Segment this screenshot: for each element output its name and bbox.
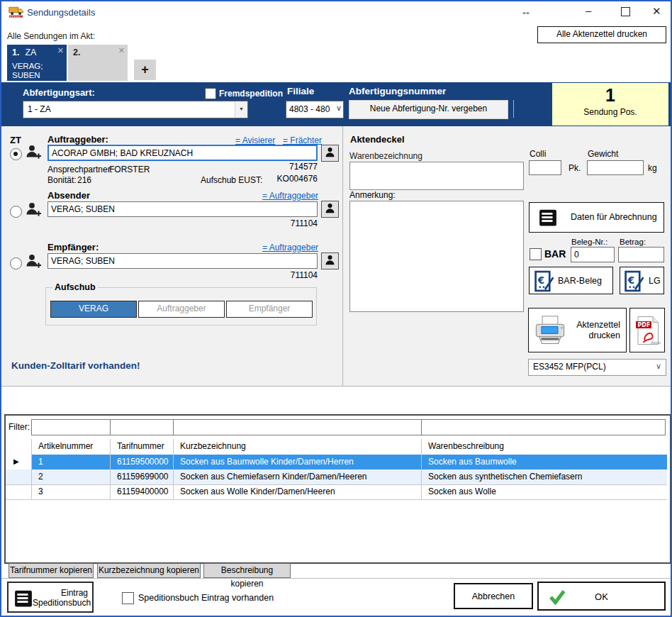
cell-tarifnummer[interactable]: 61159699000: [110, 469, 173, 484]
gewicht-label: Gewicht: [588, 149, 618, 159]
abbrechen-label: Abbrechen: [455, 591, 532, 601]
filiale-dropdown[interactable]: 4803 - 480 ∨: [286, 101, 344, 118]
fraechter-link[interactable]: = Frächter: [283, 135, 322, 145]
resize-icon[interactable]: ↔: [521, 6, 531, 17]
person-add-icon[interactable]: [26, 143, 43, 162]
panel-bottom-border: [1, 386, 671, 387]
cell-artikelnummer[interactable]: 2: [31, 469, 110, 484]
add-tab-button[interactable]: +: [134, 60, 156, 80]
cell-warenbeschreibung[interactable]: Socken aus Wolle: [421, 484, 667, 499]
empfaenger-auftraggeber-link[interactable]: = Auftraggeber: [262, 243, 318, 252]
tab-close-icon[interactable]: ✕: [57, 46, 64, 55]
column-header[interactable]: Warenbeschreibung: [421, 439, 667, 455]
cell-warenbeschreibung[interactable]: Socken aus synthetischen Chemiefasern: [421, 469, 667, 484]
aufschub-verag-button[interactable]: VERAG: [50, 301, 137, 318]
abfertigungsnummer-label: Abfertigungsnummer: [349, 86, 446, 96]
abfertigung-banner: Abfertigungsart: 1 - ZA ▼ Fremdspedition…: [1, 82, 671, 126]
filter-kurzbezeichnung-input[interactable]: [173, 419, 422, 435]
euro-receipt-icon: €: [534, 270, 555, 294]
filter-artikelnummer-input[interactable]: [31, 419, 111, 435]
chevron-down-icon: ∨: [656, 362, 661, 371]
empfaenger-label: Empfänger:: [47, 242, 99, 252]
tab-close-icon[interactable]: ✕: [118, 46, 125, 55]
table-row[interactable]: 2 61159699000 Socken aus Chemiefasern Ki…: [6, 469, 667, 485]
gewicht-input[interactable]: [587, 160, 644, 175]
aufschub-empfaenger-button[interactable]: Empfänger: [226, 301, 313, 318]
shipment-tab-1[interactable]: 1.ZA VERAG; SUBEN ✕: [7, 45, 67, 81]
eintrag-speditionsbuch-button[interactable]: EintragSpeditionsbuch: [7, 582, 94, 613]
empfaenger-contact-button[interactable]: [321, 252, 339, 269]
column-header[interactable]: Tarifnummer: [110, 439, 173, 455]
tab-title: 1.ZA: [12, 48, 36, 57]
minimize-icon[interactable]: –: [586, 5, 591, 16]
tab-title: 2.: [73, 48, 86, 57]
auftraggeber-radio[interactable]: [10, 148, 22, 160]
row-selector: [6, 469, 31, 484]
speditionsbuch-checkbox[interactable]: [122, 592, 134, 604]
avisierer-link[interactable]: = Avisierer: [235, 135, 275, 145]
aufschub-legend: Aufschub: [52, 282, 98, 292]
bar-beleg-button[interactable]: € BAR-Beleg: [529, 267, 613, 294]
lg-button[interactable]: € LG: [620, 267, 664, 294]
cell-kurzbezeichnung[interactable]: Socken aus Baumwolle Kinder/Damen/Herren: [173, 455, 421, 469]
cell-tarifnummer[interactable]: 61159400000: [110, 484, 173, 499]
cell-kurzbezeichnung[interactable]: Socken aus Wolle Kinder/Damen/Heeren: [173, 484, 421, 499]
print-all-aktenzettel-button[interactable]: Alle Aktenzettel drucken: [537, 26, 666, 43]
filter-tarifnummer-input[interactable]: [110, 419, 174, 435]
warenbezeichnung-label: Warenbezeichnung: [349, 151, 422, 161]
person-add-icon[interactable]: [26, 201, 43, 220]
absender-auftraggeber-link[interactable]: = Auftraggeber: [262, 191, 318, 201]
empfaenger-radio[interactable]: [10, 257, 22, 269]
copy-tarifnummer-button[interactable]: Tarifnummer kopieren: [9, 563, 94, 578]
row-pointer-icon: ▶: [6, 455, 31, 469]
copy-kurzbezeichnung-button[interactable]: Kurzbezeichnung kopieren: [97, 563, 201, 578]
table-row[interactable]: ▶ 1 61159500000 Socken aus Baumwolle Kin…: [6, 455, 667, 470]
svg-text:PDF: PDF: [638, 322, 651, 328]
cell-kurzbezeichnung[interactable]: Socken aus Chemiefasern Kinder/Damen/Hee…: [173, 469, 421, 484]
combo-arrow-icon[interactable]: ▼: [235, 101, 247, 118]
neue-abfertigungsnr-button[interactable]: Neue Abfertigung-Nr. vergeben: [349, 100, 508, 119]
auftraggeber-contact-button[interactable]: [321, 145, 339, 162]
footer-divider: [1, 578, 671, 579]
fremdspedition-checkbox[interactable]: [205, 88, 216, 99]
cell-artikelnummer[interactable]: 1: [31, 455, 110, 469]
betrag-input[interactable]: [618, 247, 664, 262]
anmerkung-textarea[interactable]: [349, 201, 524, 312]
absender-input[interactable]: [47, 201, 318, 217]
bar-checkbox[interactable]: [530, 248, 542, 260]
absender-label: Absender: [47, 190, 90, 201]
ok-button[interactable]: OK: [537, 582, 666, 611]
beleg-nr-input[interactable]: [571, 247, 615, 262]
absender-radio[interactable]: [10, 206, 22, 218]
abfertigungsart-dropdown[interactable]: 1 - ZA ▼: [23, 101, 248, 118]
daten-fuer-abrechnung-button[interactable]: Daten für Abrechnung: [529, 202, 664, 233]
svg-text:€: €: [537, 275, 544, 286]
eintrag-label: EintragSpeditionsbuch: [33, 588, 88, 608]
close-icon[interactable]: ✕: [652, 6, 661, 17]
column-header[interactable]: Artikelnummer: [31, 439, 110, 455]
filter-warenbeschreibung-input[interactable]: [421, 419, 666, 435]
copy-beschreibung-button[interactable]: Beschreibung kopieren: [203, 563, 291, 578]
absender-contact-button[interactable]: [321, 201, 339, 218]
table-row[interactable]: 3 61159400000 Socken aus Wolle Kinder/Da…: [6, 484, 667, 500]
printer-select[interactable]: ES3452 MFP(PCL) ∨: [528, 359, 666, 376]
column-header[interactable]: Kurzbezeichnung: [173, 439, 421, 455]
abbrechen-button[interactable]: Abbrechen: [454, 583, 533, 609]
cell-artikelnummer[interactable]: 3: [31, 484, 110, 499]
maximize-icon[interactable]: [621, 7, 630, 16]
cell-tarifnummer[interactable]: 61159500000: [110, 455, 173, 469]
article-table: Filter: Artikelnummer Tarifnummer Kurzbe…: [4, 414, 671, 564]
auftraggeber-input[interactable]: [47, 145, 318, 161]
warenbezeichnung-textarea[interactable]: [349, 162, 524, 190]
kg-suffix: kg: [648, 163, 657, 173]
cell-warenbeschreibung[interactable]: Socken aus Baumwolle: [421, 455, 667, 469]
aktenzettel-drucken-button[interactable]: Aktenzettel drucken: [528, 308, 627, 352]
empfaenger-input[interactable]: [47, 253, 318, 269]
shipment-tab-2[interactable]: 2. ✕: [68, 45, 128, 81]
lg-label: LG: [649, 276, 661, 286]
aktendeckel-title: Aktendeckel: [350, 134, 405, 145]
person-add-icon[interactable]: [26, 252, 43, 272]
pdf-button[interactable]: PDFAdobe: [629, 308, 665, 352]
colli-input[interactable]: [529, 160, 561, 175]
aufschub-auftraggeber-button[interactable]: Auftraggeber: [138, 301, 225, 318]
